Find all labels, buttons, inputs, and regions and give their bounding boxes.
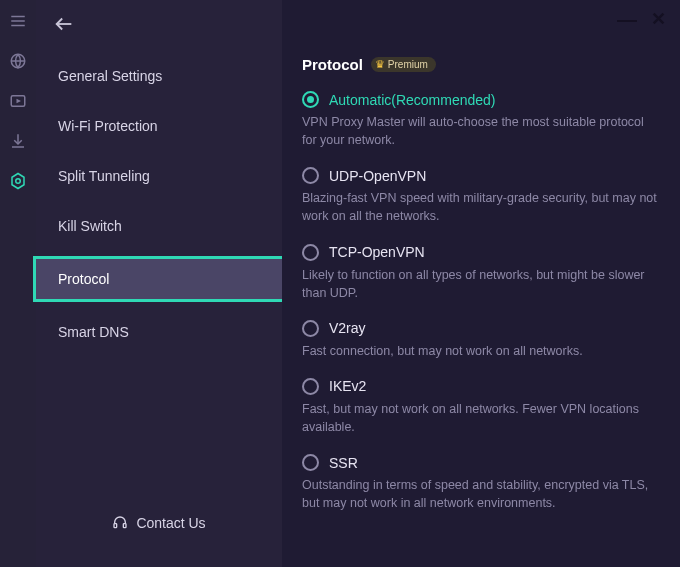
crown-icon: ♛	[375, 58, 385, 71]
option-tcp-openvpn-head[interactable]: TCP-OpenVPN	[302, 244, 660, 261]
option-tcp-openvpn: TCP-OpenVPN Likely to function on all ty…	[302, 244, 660, 302]
section-title: Protocol	[302, 56, 363, 73]
contact-us-button[interactable]: Contact Us	[36, 515, 282, 531]
headset-icon	[112, 515, 128, 531]
icon-rail	[0, 0, 36, 567]
section-header: Protocol ♛ Premium	[302, 56, 660, 73]
radio-icon	[302, 378, 319, 395]
radio-icon	[302, 244, 319, 261]
option-title: IKEv2	[329, 378, 366, 394]
option-title: UDP-OpenVPN	[329, 168, 426, 184]
nav-smart-dns[interactable]: Smart DNS	[36, 312, 282, 352]
option-desc: Likely to function on all types of netwo…	[302, 266, 660, 302]
minimize-button[interactable]: —	[617, 15, 637, 23]
option-ssr: SSR Outstanding in terms of speed and st…	[302, 454, 660, 512]
radio-icon	[302, 91, 319, 108]
option-title: SSR	[329, 455, 358, 471]
svg-point-9	[16, 179, 21, 184]
svg-marker-8	[12, 174, 24, 189]
option-automatic-head[interactable]: Automatic(Recommended)	[302, 91, 660, 108]
option-desc: Fast connection, but may not work on all…	[302, 342, 660, 360]
option-v2ray: V2ray Fast connection, but may not work …	[302, 320, 660, 360]
option-automatic: Automatic(Recommended) VPN Proxy Master …	[302, 91, 660, 149]
globe-icon[interactable]	[9, 52, 27, 70]
nav-wifi-protection[interactable]: Wi-Fi Protection	[36, 106, 282, 146]
premium-badge: ♛ Premium	[371, 57, 436, 72]
download-icon[interactable]	[9, 132, 27, 150]
menu-icon[interactable]	[9, 12, 27, 30]
close-button[interactable]: ✕	[651, 8, 666, 30]
svg-rect-11	[114, 524, 117, 528]
radio-icon	[302, 454, 319, 471]
svg-rect-12	[124, 524, 127, 528]
window-controls: — ✕	[617, 8, 666, 30]
main-panel: — ✕ Protocol ♛ Premium Automatic(Recomme…	[282, 0, 680, 567]
option-ikev2-head[interactable]: IKEv2	[302, 378, 660, 395]
nav-protocol[interactable]: Protocol	[33, 256, 285, 302]
nav-list: General Settings Wi-Fi Protection Split …	[36, 56, 282, 362]
option-desc: VPN Proxy Master will auto-choose the mo…	[302, 113, 660, 149]
back-button[interactable]	[50, 10, 78, 38]
svg-marker-6	[17, 99, 22, 104]
option-udp-openvpn-head[interactable]: UDP-OpenVPN	[302, 167, 660, 184]
option-desc: Blazing-fast VPN speed with military-gra…	[302, 189, 660, 225]
radio-icon	[302, 320, 319, 337]
option-ssr-head[interactable]: SSR	[302, 454, 660, 471]
option-desc: Fast, but may not work on all networks. …	[302, 400, 660, 436]
option-title: V2ray	[329, 320, 366, 336]
protocol-options: Automatic(Recommended) VPN Proxy Master …	[302, 91, 660, 512]
settings-icon[interactable]	[9, 172, 27, 190]
option-desc: Outstanding in terms of speed and stabil…	[302, 476, 660, 512]
option-ikev2: IKEv2 Fast, but may not work on all netw…	[302, 378, 660, 436]
nav-split-tunneling[interactable]: Split Tunneling	[36, 156, 282, 196]
contact-us-label: Contact Us	[136, 515, 205, 531]
settings-sidebar: General Settings Wi-Fi Protection Split …	[36, 0, 282, 567]
play-icon[interactable]	[9, 92, 27, 110]
option-v2ray-head[interactable]: V2ray	[302, 320, 660, 337]
option-title: TCP-OpenVPN	[329, 244, 425, 260]
nav-kill-switch[interactable]: Kill Switch	[36, 206, 282, 246]
premium-label: Premium	[388, 59, 428, 70]
option-udp-openvpn: UDP-OpenVPN Blazing-fast VPN speed with …	[302, 167, 660, 225]
option-title: Automatic(Recommended)	[329, 92, 496, 108]
nav-general-settings[interactable]: General Settings	[36, 56, 282, 96]
radio-icon	[302, 167, 319, 184]
